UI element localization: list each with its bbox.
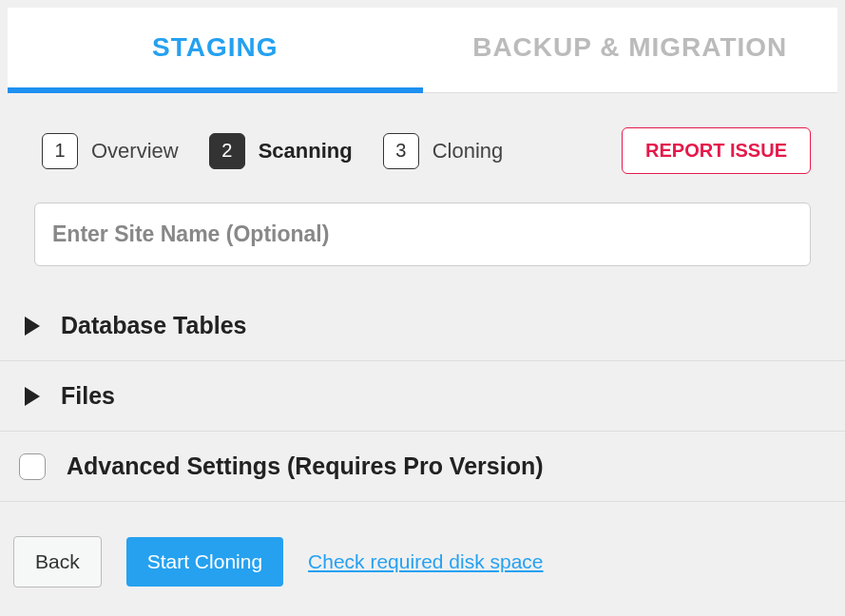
back-button[interactable]: Back: [13, 536, 102, 587]
step-1-label: Overview: [91, 139, 179, 164]
tab-staging[interactable]: STAGING: [8, 8, 423, 93]
caret-right-icon: [25, 387, 40, 406]
caret-right-icon: [25, 317, 40, 336]
accordion-advanced-settings[interactable]: Advanced Settings (Requires Pro Version): [0, 432, 845, 502]
tab-backup-migration[interactable]: BACKUP & MIGRATION: [423, 8, 838, 93]
step-2-number[interactable]: 2: [209, 133, 245, 169]
actions-row: Back Start Cloning Check required disk s…: [0, 502, 845, 597]
step-2-label: Scanning: [259, 139, 353, 164]
start-cloning-button[interactable]: Start Cloning: [126, 537, 283, 587]
steps-row: 1 Overview 2 Scanning 3 Cloning REPORT I…: [0, 93, 845, 191]
accordion-label: Advanced Settings (Requires Pro Version): [67, 452, 544, 480]
tab-bar: STAGING BACKUP & MIGRATION: [8, 8, 837, 93]
report-issue-button[interactable]: REPORT ISSUE: [622, 127, 811, 174]
accordion-database-tables[interactable]: Database Tables: [0, 291, 845, 361]
advanced-checkbox[interactable]: [19, 453, 46, 480]
step-3-number[interactable]: 3: [383, 133, 419, 169]
step-1-number[interactable]: 1: [42, 133, 78, 169]
accordion-label: Database Tables: [61, 312, 246, 339]
check-disk-space-link[interactable]: Check required disk space: [308, 550, 543, 573]
accordion-list: Database Tables Files Advanced Settings …: [0, 291, 845, 502]
accordion-label: Files: [61, 382, 115, 410]
site-name-input[interactable]: [34, 202, 811, 266]
step-3-label: Cloning: [432, 139, 504, 164]
accordion-files[interactable]: Files: [0, 361, 845, 432]
